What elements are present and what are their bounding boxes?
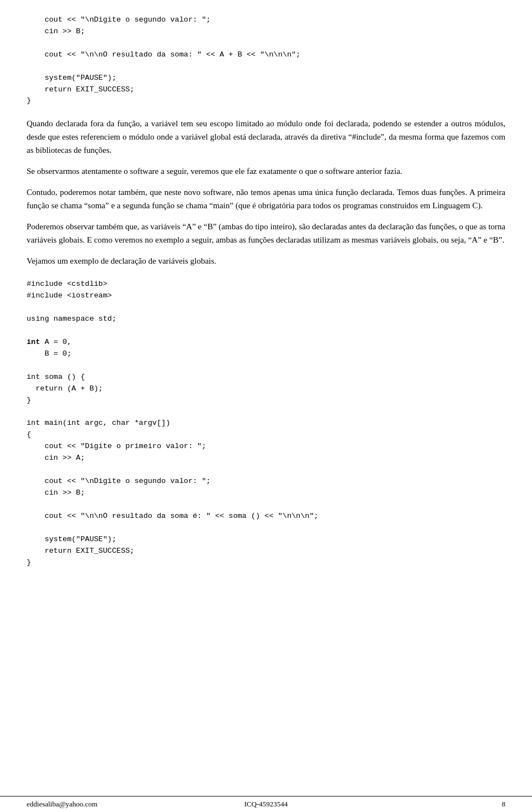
paragraph-1: Quando declarada fora da função, a variá… — [27, 117, 505, 157]
page-content: cout << "\nDigite o segundo valor: "; ci… — [0, 0, 532, 812]
page-footer: eddiesaliba@yahoo.com ICQ-45923544 8 — [0, 796, 532, 812]
footer-center: ICQ-45923544 — [244, 800, 288, 809]
paragraph-2: Se observarmos atentamente o software a … — [27, 165, 505, 178]
paragraph-5: Vejamos um exemplo de declaração de vari… — [27, 254, 505, 268]
code-text-main: #include <cstdlib> #include <iostream> u… — [27, 280, 319, 566]
code-block-main: #include <cstdlib> #include <iostream> u… — [27, 279, 505, 568]
code-block-top: cout << "\nDigite o segundo valor: "; ci… — [27, 14, 505, 107]
paragraph-3: Contudo, poderemos notar também, que nes… — [27, 186, 505, 212]
code-text-top: cout << "\nDigite o segundo valor: "; ci… — [27, 16, 300, 105]
footer-email: eddiesaliba@yahoo.com — [27, 800, 98, 809]
footer-page-number: 8 — [502, 800, 506, 809]
paragraph-4: Poderemos observar também que, as variáv… — [27, 220, 505, 246]
